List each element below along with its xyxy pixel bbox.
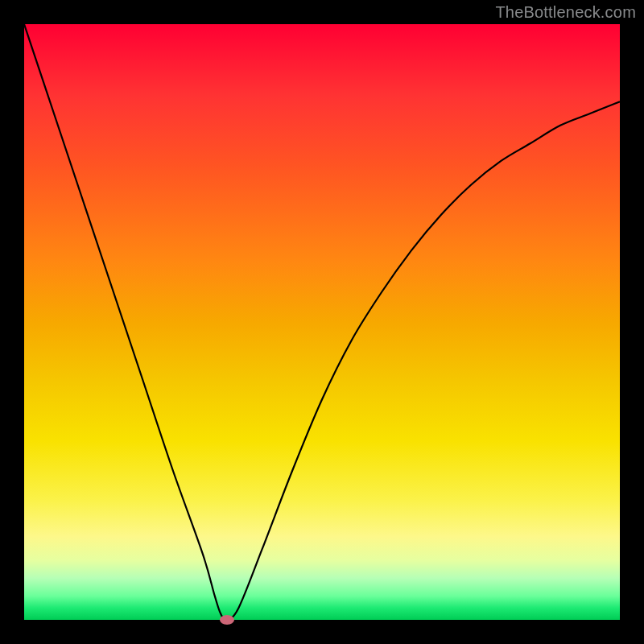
bottleneck-curve — [24, 24, 620, 620]
chart-stage: TheBottleneck.com — [0, 0, 644, 644]
minimum-marker — [220, 615, 234, 625]
curve-path — [24, 24, 620, 620]
plot-area — [24, 24, 620, 620]
watermark-text: TheBottleneck.com — [495, 3, 636, 22]
